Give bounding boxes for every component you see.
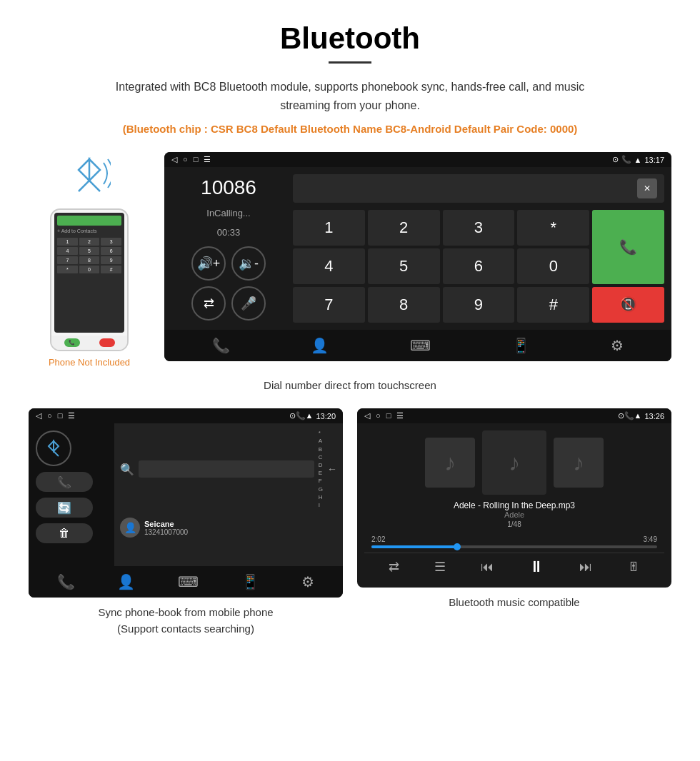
alpha-a: A: [319, 437, 323, 445]
dial-left: 10086 InCalling... 00:33 🔊+ 🔉- ⇄ 🎤: [171, 174, 286, 323]
numpad-8[interactable]: 8: [368, 287, 440, 323]
contacts-body: 📞 🔄 🗑 🔍 * A B C D E: [29, 423, 343, 566]
music-recent-icon: □: [386, 411, 391, 420]
vol-down-button[interactable]: 🔉-: [231, 246, 266, 281]
contacts-caption: Sync phone-book from mobile phone (Suppo…: [29, 605, 343, 637]
music-play-pause-icon[interactable]: ⏸: [529, 558, 544, 576]
contacts-bt-settings-icon[interactable]: ⚙: [301, 573, 314, 590]
music-home-icon: ○: [376, 411, 381, 420]
dial-right: ✕ 1 2 3 * 📞 4 5 6 0 7 8 9 # 📵: [293, 174, 664, 323]
alpha-e: E: [319, 469, 323, 477]
call-end-button[interactable]: 📵: [592, 287, 664, 323]
phone-illustration: + Add to Contacts 1 2 3 4 5 6 7 8 9 * 0 …: [29, 152, 150, 368]
contacts-bt-contacts-icon[interactable]: 👤: [117, 573, 135, 590]
recent-icon: □: [194, 155, 199, 164]
music-shuffle-icon[interactable]: ⇄: [389, 559, 399, 575]
contacts-bt-calls-icon[interactable]: 📞: [57, 573, 75, 590]
dial-tab-keypad-icon[interactable]: ⌨: [410, 337, 431, 354]
music-next-icon[interactable]: ⏭: [579, 560, 592, 575]
numpad-0[interactable]: 0: [517, 248, 589, 284]
numpad-6[interactable]: 6: [443, 248, 515, 284]
contact-info: Seicane 13241007000: [144, 520, 188, 536]
dial-bottom-bar: 📞 👤 ⌨ 📱 ⚙: [164, 330, 671, 361]
contact-name: Seicane: [144, 520, 188, 528]
music-playlist-icon[interactable]: ☰: [434, 559, 446, 575]
dial-android-screen: ◁ ○ □ ☰ ⊙ 📞 ▲ 13:17 10086 InCalling... 0…: [164, 152, 671, 361]
dial-tab-transfer-icon[interactable]: 📱: [512, 337, 530, 354]
music-time-row: 2:02 3:49: [371, 535, 657, 543]
music-progress-fill: [371, 545, 457, 548]
bluetooth-big-icon: [36, 430, 71, 466]
vol-up-button[interactable]: 🔊+: [191, 246, 226, 281]
alpha-c: C: [319, 453, 323, 461]
signal-icon: ▲: [634, 156, 642, 164]
contacts-status-bar: ◁ ○ □ ☰ ⊙📞▲ 13:20: [29, 408, 343, 423]
switch-button[interactable]: ⇄: [191, 286, 226, 321]
music-track-num: 1/48: [454, 520, 575, 528]
contacts-search-bar[interactable]: [139, 460, 314, 478]
phone-key-hash: #: [101, 266, 121, 273]
numpad-5[interactable]: 5: [368, 248, 440, 284]
alpha-g: G: [319, 485, 323, 493]
dial-tab-calls-icon[interactable]: 📞: [212, 337, 230, 354]
contacts-status-left: ◁ ○ □ ☰: [36, 411, 75, 420]
numpad-7[interactable]: 7: [293, 287, 365, 323]
numpad-4[interactable]: 4: [293, 248, 365, 284]
contacts-screen-wrap: ◁ ○ □ ☰ ⊙📞▲ 13:20 📞: [29, 408, 343, 637]
numpad-star[interactable]: *: [517, 210, 589, 246]
music-prev-icon[interactable]: ⏮: [481, 560, 494, 575]
dial-controls: 🔊+ 🔉- ⇄ 🎤: [191, 246, 266, 321]
alpha-b: B: [319, 445, 323, 453]
dial-content: 10086 InCalling... 00:33 🔊+ 🔉- ⇄ 🎤: [164, 167, 671, 330]
music-cover-current: ♪: [482, 430, 546, 495]
music-body: ♪ ♪ ♪ Adele - Rolling In the Deep.mp3 Ad…: [357, 423, 671, 588]
phone-bottom-bar: 📞: [51, 336, 127, 350]
call-accept-button[interactable]: 📞: [592, 210, 664, 284]
dial-status-bar: ◁ ○ □ ☰ ⊙ 📞 ▲ 13:17: [164, 152, 671, 167]
numpad-3[interactable]: 3: [443, 210, 515, 246]
phone-key-0: 0: [79, 266, 100, 273]
backspace-button[interactable]: ✕: [637, 178, 657, 198]
description: Integrated with BC8 Bluetooth module, su…: [100, 78, 600, 114]
alpha-d: D: [319, 461, 323, 469]
music-time-current: 2:02: [371, 535, 385, 543]
numpad: 1 2 3 * 📞 4 5 6 0 7 8 9 # 📵: [293, 210, 664, 323]
music-progress-bar[interactable]: [371, 545, 657, 548]
contacts-sync-btn[interactable]: 🔄: [36, 498, 93, 518]
title-divider: [329, 61, 371, 64]
phone-key-star: *: [57, 266, 78, 273]
contacts-call-btn[interactable]: 📞: [36, 472, 93, 492]
numpad-1[interactable]: 1: [293, 210, 365, 246]
contacts-bt-keypad-icon[interactable]: ⌨: [178, 573, 199, 590]
dial-tab-contacts-icon[interactable]: 👤: [311, 337, 329, 354]
dial-controls-row-1: 🔊+ 🔉-: [191, 246, 266, 281]
music-progress-dot: [454, 543, 461, 550]
numpad-9[interactable]: 9: [443, 287, 515, 323]
phone-mockup: + Add to Contacts 1 2 3 4 5 6 7 8 9 * 0 …: [50, 208, 129, 351]
numpad-2[interactable]: 2: [368, 210, 440, 246]
contacts-time: 13:20: [316, 412, 336, 420]
music-status-right: ⊙📞▲ 13:26: [618, 411, 664, 420]
bluetooth-signal-icon: [68, 152, 111, 203]
dial-tab-settings-icon[interactable]: ⚙: [611, 337, 624, 354]
music-back-icon: ◁: [364, 411, 370, 420]
contacts-delete-btn[interactable]: 🗑: [36, 523, 93, 543]
contacts-back-arrow[interactable]: ←: [327, 463, 337, 475]
phone-keypad: 1 2 3 4 5 6 7 8 9 * 0 #: [57, 238, 121, 273]
phone-key-1: 1: [57, 238, 78, 246]
contact-item[interactable]: 👤 Seicane 13241007000: [120, 515, 337, 540]
search-icon: 🔍: [120, 463, 134, 476]
contacts-bt-transfer-icon[interactable]: 📱: [241, 573, 259, 590]
contacts-home-icon: ○: [47, 411, 52, 420]
numpad-hash[interactable]: #: [517, 287, 589, 323]
contacts-android-screen: ◁ ○ □ ☰ ⊙📞▲ 13:20 📞: [29, 408, 343, 598]
music-equalizer-icon[interactable]: 🎚: [627, 560, 640, 575]
phone-key-5: 5: [79, 247, 100, 255]
contacts-recent-icon: □: [58, 411, 63, 420]
contacts-bottom-bar: 📞 👤 ⌨ 📱 ⚙: [29, 566, 343, 598]
time-display: 13:17: [644, 156, 664, 164]
mic-button[interactable]: 🎤: [231, 286, 266, 321]
phone-not-included-label: Phone Not Included: [49, 357, 130, 368]
music-screen-wrap: ◁ ○ □ ☰ ⊙📞▲ 13:26 ♪ ♪ ♪ Adele - Rolling …: [357, 408, 671, 637]
main-section: + Add to Contacts 1 2 3 4 5 6 7 8 9 * 0 …: [29, 152, 671, 368]
